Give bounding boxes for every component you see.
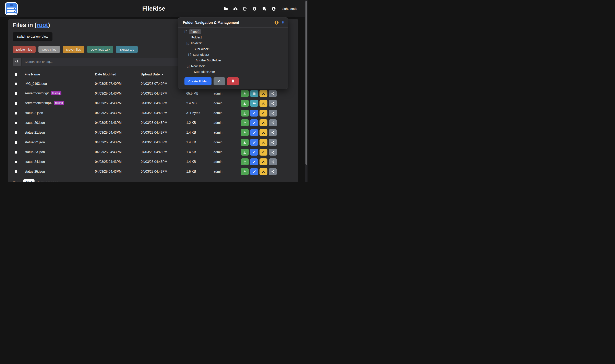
share-button[interactable] <box>269 110 277 117</box>
file-name[interactable]: status-23.json <box>25 150 45 154</box>
column-header-date-modified[interactable]: Date Modified <box>93 73 139 76</box>
file-name[interactable]: IMG_0193.jpeg <box>25 82 47 85</box>
folder-label[interactable]: Folder2 <box>191 41 202 45</box>
download-button[interactable] <box>241 119 249 126</box>
light-mode-toggle[interactable]: Light Mode <box>282 7 297 11</box>
switch-gallery-view-button[interactable]: Switch to Gallery View <box>13 32 52 41</box>
rename-button[interactable] <box>260 158 267 165</box>
download-button[interactable] <box>241 110 249 117</box>
folder-tree-item[interactable]: [-]Folder2 <box>178 40 288 46</box>
download-button[interactable] <box>241 129 249 136</box>
share-button[interactable] <box>269 119 277 126</box>
video-preview-icon-button[interactable] <box>250 100 258 107</box>
row-checkbox[interactable] <box>15 151 17 154</box>
edit-file-icon-button[interactable] <box>250 149 258 156</box>
rename-button[interactable] <box>260 139 267 146</box>
tree-collapse-toggle[interactable]: [-] <box>184 30 187 33</box>
edit-file-icon-button[interactable] <box>250 129 258 136</box>
admin-shield-icon[interactable] <box>262 7 266 11</box>
row-checkbox[interactable] <box>15 170 17 173</box>
edit-file-icon-button[interactable] <box>250 158 258 165</box>
info-icon[interactable] <box>274 20 279 25</box>
share-button[interactable] <box>269 149 277 156</box>
tree-collapse-toggle[interactable]: [-] <box>186 41 189 45</box>
download-button[interactable] <box>241 139 249 146</box>
row-checkbox[interactable] <box>15 122 17 124</box>
download-button[interactable] <box>241 100 249 107</box>
drag-handle-icon[interactable] <box>281 21 285 25</box>
image-preview-icon-button[interactable] <box>250 90 258 97</box>
column-header-upload-date[interactable]: Upload Date▲ <box>139 73 184 76</box>
row-checkbox[interactable] <box>15 92 17 95</box>
download-button[interactable] <box>241 149 249 156</box>
column-header-file-name[interactable]: File Name <box>22 73 93 76</box>
folder-label[interactable]: SubFolder1 <box>194 47 210 51</box>
share-button[interactable] <box>269 139 277 146</box>
tree-collapse-toggle[interactable]: [-] <box>187 64 190 68</box>
extract-zip-button[interactable]: Extract Zip <box>116 46 138 53</box>
folder-label[interactable]: SubFolder2 <box>193 53 209 56</box>
rename-button[interactable] <box>260 100 267 107</box>
row-checkbox[interactable] <box>15 161 17 163</box>
rename-button[interactable] <box>260 90 267 97</box>
folder-label[interactable]: Folder1 <box>191 36 202 39</box>
folder-tree-item[interactable]: [-](Root) <box>178 29 288 35</box>
folder-label[interactable]: NewUser1 <box>191 64 206 68</box>
rename-button[interactable] <box>260 129 267 136</box>
page-scrollbar[interactable] <box>305 0 308 182</box>
logout-icon[interactable] <box>243 7 247 11</box>
search-input[interactable] <box>22 58 182 66</box>
folder-tree-item[interactable]: SubFolderUser <box>178 69 288 75</box>
row-checkbox[interactable] <box>15 131 17 134</box>
rename-button[interactable] <box>260 110 267 117</box>
download-button[interactable] <box>241 168 249 175</box>
share-button[interactable] <box>269 129 277 136</box>
rename-folder-button[interactable] <box>213 77 225 85</box>
download-button[interactable] <box>241 90 249 97</box>
folder-tree-item[interactable]: SubFolder1 <box>178 46 288 52</box>
delete-files-button[interactable]: Delete Files <box>13 46 36 53</box>
scrollbar-thumb[interactable] <box>305 1 307 165</box>
folder-tree-item[interactable]: [-]NewUser1 <box>178 63 288 69</box>
folder-label[interactable]: AnotherSubFolder <box>196 59 221 62</box>
root-folder-link[interactable]: root <box>37 22 48 28</box>
copy-files-button[interactable]: Copy Files <box>39 46 60 53</box>
share-button[interactable] <box>269 158 277 165</box>
file-name[interactable]: servermonitor.mp4 <box>25 101 52 105</box>
items-per-page-select[interactable]: 10 ▲▼ <box>23 179 35 182</box>
folder-tree-item[interactable]: Folder1 <box>178 35 288 40</box>
row-checkbox[interactable] <box>15 83 17 85</box>
download-button[interactable] <box>241 158 249 165</box>
folder-icon[interactable] <box>223 7 228 11</box>
file-name[interactable]: servermonitor.gif <box>25 91 49 95</box>
download-zip-button[interactable]: Download ZIP <box>87 46 113 53</box>
share-button[interactable] <box>269 168 277 175</box>
row-checkbox[interactable] <box>15 112 17 115</box>
account-icon[interactable] <box>271 7 276 11</box>
file-name[interactable]: status-25.json <box>25 170 45 173</box>
file-name[interactable]: status-20.json <box>25 121 45 124</box>
folder-tree-item[interactable]: [-]SubFolder2 <box>178 52 288 58</box>
move-files-button[interactable]: Move Files <box>63 46 84 53</box>
edit-file-icon-button[interactable] <box>250 119 258 126</box>
cloud-upload-icon[interactable] <box>233 7 238 11</box>
file-name[interactable]: status-24.json <box>25 160 45 164</box>
tree-collapse-toggle[interactable]: [-] <box>188 53 191 56</box>
file-name[interactable]: status-22.json <box>25 141 45 144</box>
edit-file-icon-button[interactable] <box>250 168 258 175</box>
file-name[interactable]: status-21.json <box>25 131 45 134</box>
rename-button[interactable] <box>260 149 267 156</box>
rename-button[interactable] <box>260 119 267 126</box>
rename-button[interactable] <box>260 168 267 175</box>
select-all-checkbox[interactable] <box>15 73 17 76</box>
trash-restore-icon[interactable] <box>252 7 257 11</box>
folder-label[interactable]: SubFolderUser <box>194 70 215 73</box>
row-checkbox[interactable] <box>15 102 17 105</box>
share-button[interactable] <box>269 100 277 107</box>
edit-file-icon-button[interactable] <box>250 110 258 117</box>
folder-label[interactable]: (Root) <box>189 29 201 34</box>
folder-tree-item[interactable]: AnotherSubFolder <box>178 58 288 63</box>
row-checkbox[interactable] <box>15 141 17 144</box>
create-folder-button[interactable]: Create Folder <box>184 77 211 85</box>
share-button[interactable] <box>269 90 277 97</box>
